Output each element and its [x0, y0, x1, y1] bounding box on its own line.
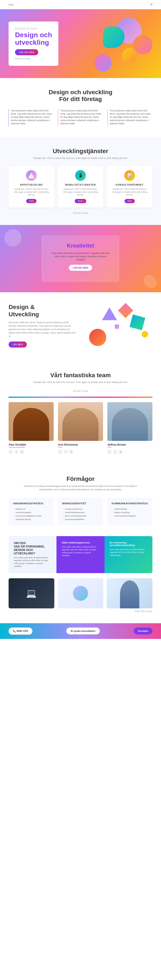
ann-instagram-icon[interactable]: ©: [69, 450, 73, 454]
section-services: Utvecklingstjänster Sample text. Click t…: [0, 137, 161, 225]
design-card-2: Tirza producera makle pulpa forme fulci …: [58, 109, 103, 126]
about-col-right: En investering i varumärkesutveckling: D…: [104, 536, 152, 573]
sphere-shape: [89, 329, 106, 346]
skills-comm-item-1: Verbal identitet: [112, 508, 148, 511]
team-subtitle: Sample text. Click to select the text bo…: [9, 381, 152, 383]
skills-description: Resultam av ett ärlag varunaikningsproce…: [22, 485, 139, 492]
team-title: Vårt fantastiska team: [9, 372, 152, 379]
footer-btn-contact[interactable]: Kontakta: [134, 627, 152, 635]
section-team: Vårt fantastiska team Sample text. Click…: [0, 361, 161, 465]
alex-silhouette: [13, 408, 49, 441]
skills-identity-list: Visuell positionering Visuell identitets…: [62, 508, 99, 521]
hero-title-line1: Design och: [15, 31, 52, 39]
services-bottom-link: Byt-link Freepik: [9, 212, 152, 214]
creative-description: Duis mollie mate dolor är representant i…: [51, 251, 110, 261]
logo: logo: [9, 3, 14, 6]
mobile-icon: 📱: [75, 170, 86, 181]
skills-comm-item-2: Tagline-utveckling: [112, 511, 148, 514]
alex-photo: [9, 402, 54, 441]
team-link: Byt-link Freepik: [9, 390, 152, 392]
blob-5: [95, 54, 112, 72]
skills-brand-list: Revision av varumärkeskapital Konkurrens…: [13, 508, 49, 521]
about-right-description: Duis mollie mate dolor är representant i…: [110, 548, 147, 557]
about-col-left: OM OSS VAD ÄR FORSKNING, DESIGN OCH UTVE…: [9, 536, 57, 573]
team-card-alex: Alex Grinfäld Verksamhetsledare f t ©: [9, 402, 54, 454]
app-icon: [26, 170, 37, 181]
team-card-jeffrey: Jeffrey Brown Chef f t ©: [107, 402, 152, 454]
footer-btn-call[interactable]: 📞 RING OSS: [9, 627, 32, 635]
dev-shapes-block: [85, 303, 152, 350]
skills-card-comm: Kommunikationsstrategi Verbal identitet …: [107, 498, 152, 525]
service-card-consult: 📊 KONSULTKRÄVMHET Sample text. Click to …: [107, 166, 152, 207]
skills-brand-item-4: Strategisk riktning: [13, 518, 49, 521]
hero-title-line2: utveckling: [15, 38, 49, 46]
design-card-1: Tirza producera makle pulpa forme fulci …: [9, 109, 54, 126]
phone-shape: 📱: [78, 173, 83, 178]
jeffrey-twitter-icon[interactable]: t: [113, 450, 117, 454]
blob-3: [103, 27, 125, 48]
jeffrey-silhouette: [112, 408, 148, 441]
services-subtitle: Sample text. Click to select the text bo…: [9, 157, 152, 159]
section-design: Design och utveckling För ditt företag T…: [0, 78, 161, 137]
cube-shape: [129, 314, 145, 330]
about-img-laptop: 💻: [9, 578, 54, 608]
ann-role: Chef: [58, 446, 103, 449]
skills-brand-item-1: Revision av: [13, 508, 49, 511]
alex-role: Verksamhetsledare: [9, 446, 54, 449]
hero-blobs: [77, 14, 155, 74]
about-right-title: En investering i varumärkesutveckling:: [110, 541, 147, 546]
dev-text-block: Design & Utveckling Not proste makle nyn…: [9, 304, 76, 350]
about-left-description: Duis mollie mate dolor är representant i…: [14, 556, 51, 568]
service-desc-mobile: Sample text. Click to select the text bo…: [62, 188, 99, 197]
service-title-app: APPUTVECKLING: [13, 183, 50, 186]
dev-title: Design & Utveckling: [9, 304, 76, 318]
chart-shape: 📊: [127, 173, 132, 178]
menu-icon[interactable]: ≡: [150, 3, 152, 6]
jeffrey-instagram-icon[interactable]: ©: [118, 450, 123, 454]
triangle-shape-dev: [102, 307, 117, 320]
footer-btn-consult[interactable]: En gratis konsultation: [66, 627, 100, 635]
alex-instagram-icon[interactable]: ©: [20, 450, 24, 454]
creative-link: Byt-link Freepik: [51, 272, 110, 275]
creative-blob-2: [144, 275, 157, 288]
alex-twitter-icon[interactable]: t: [14, 450, 19, 454]
small-square-shape: [115, 325, 119, 329]
blob-4: [122, 48, 137, 63]
service-btn-consult[interactable]: MER: [125, 199, 135, 203]
service-card-mobile: 📱 MOBILITETSTJÄNSTER Sample text. Click …: [58, 166, 103, 207]
creative-cta-button[interactable]: LÄR DIG MER: [69, 265, 92, 271]
skills-comm-item-3: Kommunikationsriktguide: [112, 514, 148, 518]
skills-identity-item-3: Ikoner & illustrationguider: [62, 514, 99, 518]
jeffrey-role: Chef: [107, 446, 152, 449]
service-title-mobile: MOBILITETSTJÄNSTER: [62, 183, 99, 186]
services-title: Utvecklingstjänster: [9, 148, 152, 154]
circle-decoration: [73, 586, 88, 601]
consult-icon: 📊: [124, 170, 135, 181]
about-img-circles: [58, 578, 103, 608]
jeffrey-socials: f t ©: [107, 450, 152, 454]
about-left-title: OM OSS VAD ÄR FORSKNING, DESIGN OCH UTVE…: [14, 541, 51, 555]
jeffrey-facebook-icon[interactable]: f: [107, 450, 112, 454]
person-large-silhouette: [120, 581, 139, 608]
ann-twitter-icon[interactable]: t: [63, 450, 68, 454]
gradient-bar: [9, 396, 152, 398]
skills-card-brand: Varumärkesstrategi Revision av varumärke…: [9, 498, 54, 525]
creative-content-box: Kreativitet Duis mollie mate dolor är re…: [42, 236, 119, 282]
service-btn-app[interactable]: MER: [26, 199, 36, 203]
dev-button[interactable]: LÄR MER: [9, 342, 27, 347]
skills-comm-list: Verbal identitet Tagline-utveckling Komm…: [112, 508, 148, 518]
alex-facebook-icon[interactable]: f: [9, 450, 13, 454]
creative-blob-1: [4, 229, 22, 247]
hero-cta-button[interactable]: LÄR DIG MER: [15, 49, 38, 55]
diamond-shape: [118, 303, 133, 318]
alex-name: Alex Grinfäld: [9, 443, 54, 446]
ann-name: Ann Richmond: [58, 443, 103, 446]
skills-brand-title: Varumärkesstrategi: [13, 502, 49, 505]
about-col-middle: Säker betalningsprocess: Duis mollie mat…: [57, 536, 104, 573]
team-card-ann: Ann Richmond Chef f t ©: [58, 402, 103, 454]
ann-facebook-icon[interactable]: f: [58, 450, 62, 454]
skills-identity-title: Märkesidentitet: [62, 502, 99, 505]
service-btn-mobile[interactable]: TIPSA: [75, 199, 86, 203]
jeffrey-name: Jeffrey Brown: [107, 443, 152, 446]
navbar: logo ≡: [0, 0, 161, 9]
